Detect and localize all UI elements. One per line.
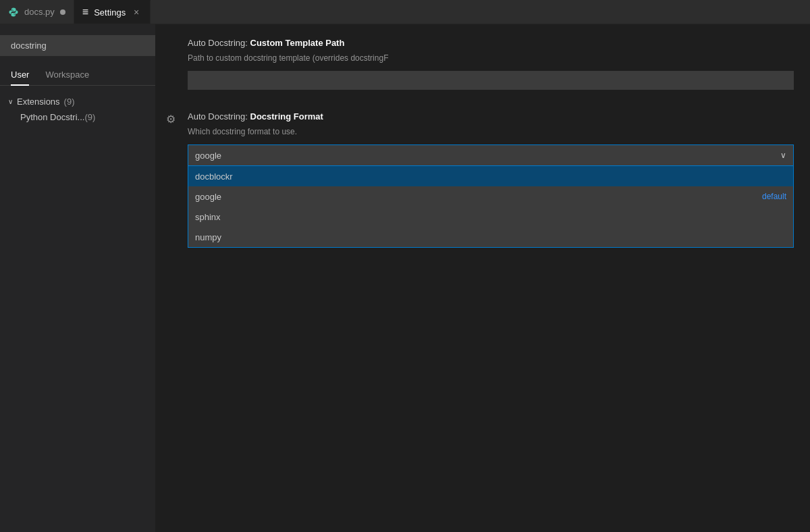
gear-icon[interactable]: ⚙ [166, 113, 176, 126]
unsaved-indicator [60, 9, 65, 15]
main-content: User Workspace ∨ Extensions (9) Python D… [0, 24, 810, 532]
dropdown-selected[interactable]: google ∨ [188, 144, 794, 166]
docstring-format-description: Which docstring format to use. [188, 126, 794, 138]
close-settings-button[interactable]: × [131, 7, 142, 18]
dropdown-option-google[interactable]: google default [188, 186, 793, 207]
dropdown-selected-value: google [195, 151, 221, 161]
search-input[interactable] [11, 41, 144, 51]
extensions-label: Extensions [17, 97, 60, 107]
dropdown-option-label: sphinx [195, 212, 221, 222]
extensions-count: (9) [64, 97, 75, 107]
docstring-format-title: Auto Docstring: Docstring Format [188, 111, 794, 122]
python-docstring-count: (9) [84, 112, 95, 122]
dropdown-option-label: docblockr [195, 171, 233, 182]
custom-template-title: Auto Docstring: Custom Template Path [188, 38, 794, 48]
python-docstring-label: Python Docstri... [20, 112, 84, 122]
dropdown-option-numpy[interactable]: numpy [188, 227, 793, 247]
left-panel: User Workspace ∨ Extensions (9) Python D… [0, 24, 155, 532]
custom-template-input[interactable] [188, 71, 794, 90]
settings-lines-icon: ≡ [82, 6, 88, 18]
search-bar [0, 35, 155, 56]
default-label: default [762, 192, 786, 201]
tab-docs-py-label: docs.py [24, 7, 55, 17]
settings-tabs-bar: User Workspace [0, 56, 155, 86]
dropdown-option-sphinx[interactable]: sphinx [188, 207, 793, 227]
chevron-down-icon: ∨ [780, 151, 786, 160]
tab-settings-label: Settings [94, 7, 126, 18]
right-panel: Auto Docstring: Custom Template Path Pat… [155, 24, 810, 532]
chevron-down-icon: ∨ [8, 98, 13, 105]
tab-bar: docs.py ≡ Settings × [0, 0, 810, 24]
tab-settings[interactable]: ≡ Settings × [74, 0, 151, 24]
custom-template-description: Path to custom docstring template (overr… [188, 52, 794, 64]
tab-docs-py[interactable]: docs.py [0, 0, 74, 24]
docstring-format-dropdown[interactable]: google ∨ docblockr google default [188, 144, 794, 166]
python-docstring-tree-item[interactable]: Python Docstri... (9) [0, 109, 155, 125]
settings-content: Auto Docstring: Custom Template Path Pat… [155, 24, 810, 201]
dropdown-list: docblockr google default sphinx [188, 166, 794, 248]
settings-tree: ∨ Extensions (9) Python Docstri... (9) [0, 86, 155, 133]
custom-template-path-setting: Auto Docstring: Custom Template Path Pat… [188, 38, 794, 90]
dropdown-option-label: google [195, 192, 221, 202]
tab-user[interactable]: User [11, 64, 29, 85]
dropdown-option-label: numpy [195, 232, 221, 242]
extensions-tree-item[interactable]: ∨ Extensions (9) [0, 94, 155, 109]
docstring-format-setting: ⚙ Auto Docstring: Docstring Format Which… [188, 111, 794, 166]
tab-workspace[interactable]: Workspace [45, 64, 89, 85]
dropdown-option-docblockr[interactable]: docblockr [188, 166, 793, 186]
python-icon [8, 7, 19, 18]
